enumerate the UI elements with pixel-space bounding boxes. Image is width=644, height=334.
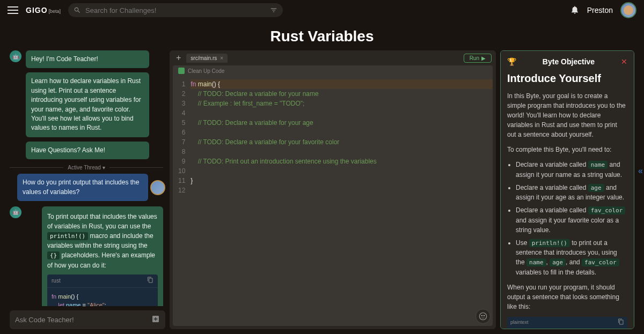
svg-point-2	[484, 315, 485, 316]
page-title: Rust Variables	[0, 20, 644, 50]
objective-list: Declare a variable called name and assig…	[507, 160, 627, 277]
bot-message: Learn how to declare variables in Rust u…	[26, 72, 149, 137]
objective-panel: 🏆 Byte Objective ✕ Introduce Yourself In…	[500, 50, 634, 329]
objective-icon: 🏆	[507, 57, 516, 66]
bot-message: Hey! I'm Code Teacher!	[26, 50, 149, 68]
objective-title: Byte Objective	[521, 57, 617, 66]
output-example: plaintext My name is [your name], I'm [y…	[507, 317, 627, 330]
add-icon[interactable]	[151, 315, 160, 325]
copy-icon[interactable]	[147, 277, 153, 285]
user-avatar-small	[150, 180, 165, 195]
menu-icon[interactable]	[8, 6, 18, 14]
editor-panel: + src/main.rs× Run ▶ Clean Up Code 12345…	[170, 50, 496, 329]
list-item: Declare a variable called age and assign…	[516, 183, 627, 203]
list-item: Declare a variable called name and assig…	[516, 160, 627, 180]
list-item: Declare a variable called fav_color and …	[516, 205, 627, 235]
close-tab-icon[interactable]: ×	[220, 55, 223, 61]
svg-point-0	[479, 313, 486, 320]
add-tab-icon[interactable]: +	[174, 53, 183, 63]
search-icon	[74, 6, 81, 14]
bot-avatar: 🤖	[10, 206, 21, 218]
search-bar[interactable]	[68, 3, 283, 17]
objective-text: To complete this Byte, you'll need to:	[507, 145, 627, 154]
help-icon[interactable]	[475, 309, 491, 324]
code-example: rust fn main() { let name = "Alice"; let…	[47, 274, 158, 306]
run-button[interactable]: Run ▶	[464, 54, 492, 63]
thread-separator[interactable]: Active Thread ▾	[10, 165, 163, 170]
user-message: How do you print output that includes th…	[17, 174, 148, 201]
logo[interactable]: GIGO[beta]	[26, 6, 61, 14]
svg-point-1	[481, 315, 482, 316]
username-label[interactable]: Preston	[587, 6, 613, 14]
bot-avatar: 🤖	[10, 50, 21, 62]
collapse-icon[interactable]: «	[638, 166, 643, 176]
copy-icon[interactable]	[618, 318, 624, 326]
objective-heading: Introduce Yourself	[507, 72, 627, 85]
file-tab[interactable]: src/main.rs×	[186, 54, 228, 63]
filter-icon[interactable]	[270, 6, 277, 14]
list-item: Use println!() to print out a sentence t…	[516, 238, 627, 277]
code-editor[interactable]: 123456789101112 fn main() { // TODO: Dec…	[173, 76, 493, 326]
notifications-icon[interactable]	[570, 5, 580, 16]
bot-answer: To print output that includes the values…	[42, 206, 163, 306]
user-avatar[interactable]	[620, 2, 636, 18]
objective-text: In this Byte, your goal is to create a s…	[507, 91, 627, 139]
chat-panel: 🤖 Hey! I'm Code Teacher! Learn how to de…	[10, 50, 165, 329]
bot-message: Have Questions? Ask Me!	[26, 142, 149, 159]
clean-code-button[interactable]: Clean Up Code	[173, 65, 493, 76]
search-input[interactable]	[85, 6, 266, 14]
objective-text: When you run your program, it should out…	[507, 283, 627, 311]
close-icon[interactable]: ✕	[621, 57, 627, 66]
chat-input[interactable]: Ask Code Teacher!	[10, 310, 165, 329]
